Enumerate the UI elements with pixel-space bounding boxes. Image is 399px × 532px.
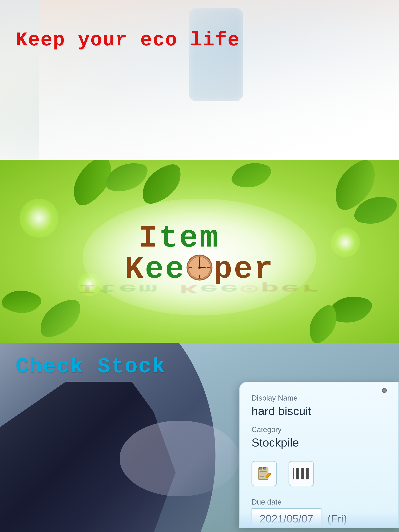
edit-button[interactable]: [251, 461, 277, 486]
bottom-section: Check Stock Display Name hard biscuit Ca…: [0, 343, 399, 532]
card-content: Display Name hard biscuit Category Stock…: [240, 382, 399, 528]
svg-rect-18: [295, 468, 295, 479]
svg-rect-28: [307, 468, 308, 479]
display-name-value: hard biscuit: [251, 404, 387, 418]
middle-section: Item Kee per Item Kee⊙per: [0, 160, 399, 355]
leaf-decoration: [105, 160, 149, 196]
svg-rect-22: [300, 468, 300, 479]
orb-glow: [331, 228, 360, 257]
due-date-label: Due date: [251, 498, 387, 506]
phone-illustration: [189, 8, 243, 101]
category-value: Stockpile: [251, 436, 387, 449]
svg-rect-23: [301, 468, 302, 479]
display-name-label: Display Name: [251, 394, 387, 402]
logo-letter-tem: tem: [159, 221, 220, 256]
app-logo: Item Kee per: [100, 223, 299, 285]
leaf-decoration: [230, 160, 273, 195]
app-logo-text: Item Kee per: [100, 223, 299, 285]
icons-row: [251, 457, 387, 490]
svg-rect-17: [293, 468, 294, 479]
leaf-decoration: [36, 298, 84, 338]
logo-letter-K: K: [125, 252, 145, 287]
svg-rect-10: [259, 467, 262, 469]
svg-rect-29: [308, 468, 309, 479]
svg-rect-20: [297, 468, 298, 479]
svg-rect-24: [302, 468, 303, 479]
svg-rect-21: [298, 468, 299, 479]
orb-glow: [19, 199, 58, 238]
clock-icon: [186, 254, 213, 281]
card-camera: [382, 388, 387, 393]
svg-rect-25: [303, 468, 304, 479]
leaf-decoration: [0, 281, 44, 322]
edit-icon: [256, 466, 272, 481]
card-fade: [240, 512, 399, 527]
logo-letter-per: per: [213, 252, 274, 287]
check-stock-tagline: Check Stock: [16, 355, 166, 379]
top-tagline: Keep your eco life: [16, 29, 240, 51]
top-section: Keep your eco life: [0, 0, 399, 175]
logo-letter-I: I: [139, 221, 159, 256]
svg-rect-19: [296, 468, 297, 479]
barcode-button[interactable]: [289, 461, 314, 486]
svg-rect-27: [306, 468, 307, 479]
barcode-icon: [292, 467, 310, 480]
svg-rect-11: [264, 467, 266, 469]
logo-letter-ee: ee: [145, 252, 186, 287]
ui-card: Display Name hard biscuit Category Stock…: [239, 382, 399, 528]
category-label: Category: [251, 425, 387, 434]
svg-rect-26: [305, 468, 305, 479]
